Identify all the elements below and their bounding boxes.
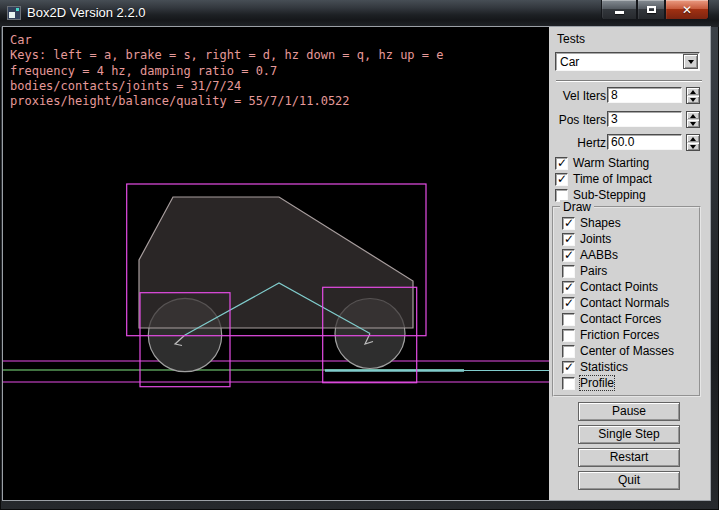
checkbox-shapes[interactable]: Shapes	[562, 216, 621, 230]
app-icon-square	[9, 12, 15, 18]
pos-iters-spinner[interactable]	[686, 111, 700, 128]
checkbox-label: Warm Starting	[573, 156, 649, 170]
minimize-button[interactable]	[601, 0, 637, 20]
tests-dropdown-value: Car	[560, 55, 579, 69]
checkbox-box[interactable]	[562, 361, 575, 374]
window-title: Box2D Version 2.2.0	[27, 5, 146, 20]
checkbox-box[interactable]	[562, 281, 575, 294]
checkbox-contact-forces[interactable]: Contact Forces	[562, 312, 661, 326]
checkbox-box[interactable]	[555, 173, 568, 186]
tests-dropdown[interactable]: Car	[555, 52, 700, 71]
checkbox-box[interactable]	[562, 233, 575, 246]
hertz-input[interactable]	[607, 134, 682, 150]
hertz-row: Hertz	[549, 134, 710, 151]
maximize-icon	[647, 6, 656, 13]
checkbox-contact-points[interactable]: Contact Points	[562, 280, 658, 294]
checkbox-joints[interactable]: Joints	[562, 232, 611, 246]
draw-group: Draw Shapes Joints AABBs Pairs	[552, 206, 701, 397]
checkbox-box[interactable]	[562, 313, 575, 326]
checkbox-box[interactable]	[562, 297, 575, 310]
arrow-down-icon	[690, 122, 696, 126]
stat-line-keys: Keys: left = a, brake = s, right = d, hz…	[10, 48, 443, 62]
checkbox-label: AABBs	[580, 248, 618, 262]
chevron-down-icon	[688, 60, 694, 64]
checkbox-label: Profile	[580, 376, 614, 390]
vel-iters-row: Vel Iters	[549, 87, 710, 104]
tests-label: Tests	[557, 32, 585, 46]
restart-button[interactable]: Restart	[578, 448, 680, 467]
vel-iters-input[interactable]	[607, 87, 682, 103]
spin-up-button[interactable]	[687, 88, 699, 95]
checkbox-box[interactable]	[562, 329, 575, 342]
minimize-icon	[615, 11, 624, 14]
checkbox-statistics[interactable]: Statistics	[562, 360, 628, 374]
spin-up-button[interactable]	[687, 135, 699, 142]
hertz-label: Hertz	[577, 136, 606, 150]
checkbox-label: Contact Forces	[580, 312, 661, 326]
stat-line-bodies: bodies/contacts/joints = 31/7/24	[10, 79, 241, 93]
tests-dropdown-button[interactable]	[683, 54, 698, 69]
pos-iters-input[interactable]	[607, 111, 682, 127]
stat-line-frequency: frequency = 4 hz, damping ratio = 0.7	[10, 64, 277, 78]
checkbox-friction-forces[interactable]: Friction Forces	[562, 328, 659, 342]
simulation-canvas[interactable]: Car Keys: left = a, brake = s, right = d…	[3, 27, 549, 500]
checkbox-box[interactable]	[562, 265, 575, 278]
app-icon	[7, 6, 21, 20]
arrow-down-icon	[690, 98, 696, 102]
caption-buttons: ✕	[601, 0, 709, 20]
checkbox-center-of-masses[interactable]: Center of Masses	[562, 344, 674, 358]
checkbox-box[interactable]	[555, 157, 568, 170]
draw-group-legend: Draw	[560, 200, 594, 214]
checkbox-aabbs[interactable]: AABBs	[562, 248, 618, 262]
checkbox-label: Contact Points	[580, 280, 658, 294]
arrow-up-icon	[690, 90, 696, 94]
checkbox-box[interactable]	[562, 217, 575, 230]
title-bar[interactable]: Box2D Version 2.2.0 ✕	[0, 0, 719, 27]
checkbox-contact-normals[interactable]: Contact Normals	[562, 296, 669, 310]
checkbox-label: Friction Forces	[580, 328, 659, 342]
separator	[556, 80, 702, 82]
checkbox-label: Pairs	[580, 264, 607, 278]
spin-down-button[interactable]	[687, 96, 699, 103]
checkbox-label: Center of Masses	[580, 344, 674, 358]
checkbox-box[interactable]	[562, 377, 575, 390]
close-button[interactable]: ✕	[665, 0, 709, 20]
maximize-button[interactable]	[637, 0, 665, 20]
arrow-up-icon	[690, 114, 696, 118]
checkbox-warm-starting[interactable]: Warm Starting	[555, 156, 649, 170]
checkbox-label: Time of Impact	[573, 172, 652, 186]
vel-iters-spinner[interactable]	[686, 87, 700, 104]
vel-iters-label: Vel Iters	[563, 89, 606, 103]
checkbox-label: Statistics	[580, 360, 628, 374]
checkbox-box[interactable]	[562, 249, 575, 262]
arrow-up-icon	[690, 137, 696, 141]
checkbox-label: Joints	[580, 232, 611, 246]
close-icon: ✕	[682, 4, 692, 16]
pos-iters-label: Pos Iters	[559, 113, 606, 127]
app-icon-accent	[16, 8, 19, 11]
spin-down-button[interactable]	[687, 120, 699, 127]
spin-up-button[interactable]	[687, 112, 699, 119]
pos-iters-row: Pos Iters	[549, 111, 710, 128]
checkbox-time-of-impact[interactable]: Time of Impact	[555, 172, 652, 186]
app-window: Box2D Version 2.2.0 ✕	[0, 0, 719, 510]
stat-line-title: Car	[10, 33, 32, 47]
arrow-down-icon	[690, 145, 696, 149]
quit-button[interactable]: Quit	[578, 471, 680, 490]
checkbox-box[interactable]	[562, 345, 575, 358]
checkbox-pairs[interactable]: Pairs	[562, 264, 607, 278]
stat-line-proxies: proxies/height/balance/quality = 55/7/1/…	[10, 94, 350, 108]
spin-down-button[interactable]	[687, 143, 699, 150]
hertz-spinner[interactable]	[686, 134, 700, 151]
control-panel: Tests Car Vel Iters Pos Iters	[549, 27, 710, 500]
single-step-button[interactable]: Single Step	[578, 425, 680, 444]
car-chassis	[139, 197, 413, 328]
checkbox-label: Shapes	[580, 216, 621, 230]
checkbox-label: Contact Normals	[580, 296, 669, 310]
debug-stats-text: Car Keys: left = a, brake = s, right = d…	[10, 33, 443, 109]
checkbox-profile[interactable]: Profile	[562, 376, 614, 390]
pause-button[interactable]: Pause	[578, 402, 680, 421]
client-area: Car Keys: left = a, brake = s, right = d…	[3, 27, 710, 500]
